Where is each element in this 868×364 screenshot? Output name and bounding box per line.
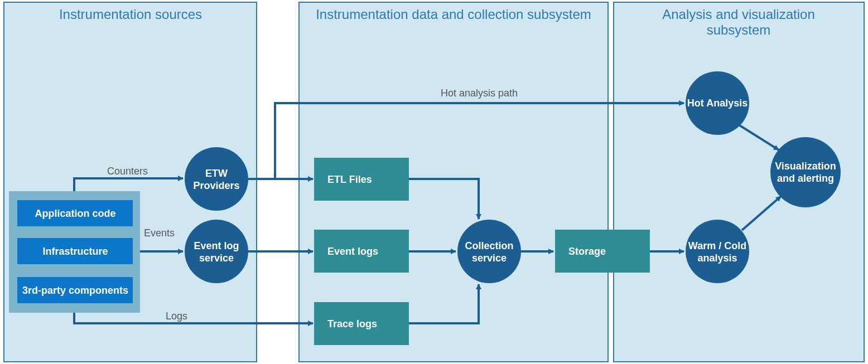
label-collection-l1: Collection xyxy=(465,240,513,251)
edge-label-counters: Counters xyxy=(107,166,148,177)
circle-etw xyxy=(185,147,248,211)
label-warmcold-l2: analysis xyxy=(697,253,737,264)
panel-analysis-title-l1: Analysis and visualization xyxy=(662,7,814,22)
panel-sources-title: Instrumentation sources xyxy=(59,7,202,22)
label-etw-l2: Providers xyxy=(193,180,239,191)
panel-analysis-title-l2: subsystem xyxy=(707,22,771,37)
label-eventlog-l2: service xyxy=(199,253,234,264)
edge-label-logs: Logs xyxy=(166,310,187,322)
label-hot-analysis: Hot Analysis xyxy=(687,98,748,109)
label-eventlog-l1: Event log xyxy=(194,240,239,251)
label-trace-logs: Trace logs xyxy=(327,318,377,329)
label-viz-l1: Visualization xyxy=(775,161,836,172)
label-thirdparty: 3rd-party components xyxy=(22,285,128,296)
label-infrastructure: Infrastructure xyxy=(42,246,108,257)
edge-label-events: Events xyxy=(144,227,175,239)
circle-eventlog xyxy=(185,220,248,283)
panel-collection-title: Instrumentation data and collection subs… xyxy=(316,7,591,22)
label-storage: Storage xyxy=(568,246,606,257)
label-collection-l2: service xyxy=(472,253,507,264)
label-viz-l2: and alerting xyxy=(777,173,834,184)
circle-collection xyxy=(457,220,521,283)
circle-warmcold xyxy=(686,220,749,283)
label-etl-files: ETL Files xyxy=(327,174,372,185)
label-etw-l1: ETW xyxy=(205,168,228,179)
architecture-diagram: Instrumentation sources Instrumentation … xyxy=(0,0,868,364)
label-warmcold-l1: Warm / Cold xyxy=(688,240,746,251)
edge-label-hotpath: Hot analysis path xyxy=(441,88,518,99)
label-event-logs: Event logs xyxy=(327,246,378,257)
label-app-code: Application code xyxy=(35,208,115,219)
